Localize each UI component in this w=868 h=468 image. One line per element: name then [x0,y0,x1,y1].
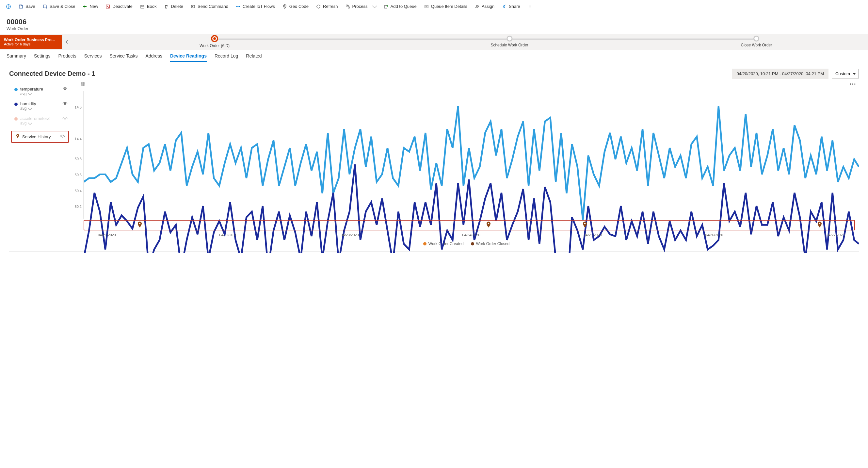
x-tick: 04/23/2020 [341,233,359,237]
bpf-duration: Active for 6 days [4,42,58,46]
legend-series-humidity[interactable]: humidityavg [9,99,71,113]
svg-point-15 [530,7,530,8]
book-button[interactable]: Book [136,2,160,11]
save-close-icon [42,4,48,9]
bpf-stage-label: Work Order (6 D) [199,43,229,48]
tab-record-log[interactable]: Record Log [215,50,238,62]
tab-address[interactable]: Address [146,50,162,62]
command-bar: Save Save & Close New Deactivate Book De… [0,0,868,13]
save-button[interactable]: Save [15,2,38,11]
bpf-stages: Work Order (6 D)Schedule Work OrderClose… [71,34,868,50]
save-close-button[interactable]: Save & Close [39,2,79,11]
temperature-chart[interactable]: 14.414.6 [84,91,859,155]
legend-series-name: accelerometerZ [20,116,69,121]
legend-agg[interactable]: avg [20,121,69,125]
svg-point-16 [64,89,66,90]
legend-agg[interactable]: avg [20,106,69,111]
svg-point-13 [530,5,530,5]
svg-point-18 [64,118,66,119]
business-process-flow: Work Order Business Pro... Active for 6 … [0,34,868,50]
tab-settings[interactable]: Settings [34,50,51,62]
bpf-stage-label: Schedule Work Order [491,43,528,48]
tab-service-tasks[interactable]: Service Tasks [110,50,137,62]
y-tick: 50.4 [75,189,82,193]
bpf-badge[interactable]: Work Order Business Pro... Active for 6 … [0,35,62,49]
queue-details-icon [424,4,429,9]
create-iot-flows-button[interactable]: Create IoT Flows [232,2,278,11]
svg-point-20 [62,136,63,137]
legend-agg[interactable]: avg [20,91,69,96]
svg-point-24 [819,223,820,225]
queue-add-icon [383,4,389,9]
bpf-stage-dot [506,36,513,41]
refresh-icon [316,4,321,9]
trash-icon [164,4,169,9]
person-icon [474,4,480,9]
bpf-stage[interactable]: Close Work Order [741,36,772,48]
queue-item-details-button[interactable]: Queue Item Details [421,2,471,11]
y-tick: 14.4 [75,137,82,141]
tab-device-readings[interactable]: Device Readings [170,50,207,62]
x-tick: 04/26/2020 [705,233,723,237]
chart-area: ••• 14.414.6 50.250.450.650.8 04/21/202 [74,81,859,247]
eye-icon[interactable] [62,117,68,122]
y-tick: 14.6 [75,105,82,109]
eye-icon[interactable] [62,87,68,92]
bpf-stage[interactable]: Schedule Work Order [491,36,528,48]
legend-series-accelerometerZ[interactable]: accelerometerZavg [9,113,71,128]
service-event-pin[interactable] [486,222,491,229]
share-button[interactable]: Share [498,2,524,11]
service-event-pin[interactable] [137,222,143,229]
geo-code-button[interactable]: Geo Code [279,2,312,11]
chart-more-button[interactable]: ••• [850,81,856,86]
chevron-down-icon [28,120,32,125]
svg-rect-1 [20,5,22,6]
y-tick: 50.6 [75,173,82,177]
service-history-toggle[interactable]: Service History [11,131,69,143]
tab-products[interactable]: Products [58,50,76,62]
new-button[interactable]: New [79,2,101,11]
bpf-collapse-button[interactable] [62,34,71,50]
legend-series-temperature[interactable]: temperatureavg [9,84,71,99]
eye-icon[interactable] [60,135,65,140]
legend-color-dot [14,117,18,121]
chevron-down-icon [28,91,32,95]
eye-icon[interactable] [62,102,68,107]
x-tick: 04/24/2020 [462,233,480,237]
pin-icon [282,4,287,9]
send-command-button[interactable]: Send Command [187,2,231,11]
bpf-stage-label: Close Work Order [741,43,772,48]
deactivate-button[interactable]: Deactivate [102,2,135,11]
svg-rect-9 [348,7,349,8]
save-icon [18,4,24,9]
tab-summary[interactable]: Summary [6,50,26,62]
x-tick: 04/21/2020 [98,233,116,237]
y-tick: 50.2 [75,205,82,208]
calendar-icon [140,4,145,9]
overflow-button[interactable] [524,2,536,11]
device-readings-panel: Connected Device Demo - 1 04/20/2020, 10… [0,62,868,250]
back-button[interactable] [3,2,14,11]
more-vertical-icon [527,4,533,9]
layers-icon[interactable] [80,81,86,88]
bpf-stage-dot [753,36,759,41]
svg-point-22 [488,223,490,225]
delete-button[interactable]: Delete [160,2,186,11]
time-range-display: 04/20/2020, 10:21 PM - 04/27/2020, 04:21… [732,69,829,79]
bpf-stage[interactable]: Work Order (6 D) [199,36,229,48]
process-button[interactable]: Process [342,2,379,11]
humidity-chart[interactable]: 50.250.450.650.8 [84,155,859,218]
y-tick: 50.8 [75,157,82,161]
assign-button[interactable]: Assign [471,2,498,11]
legend-color-dot [14,103,18,106]
svg-point-5 [237,6,238,7]
service-event-pin[interactable] [817,222,822,229]
bpf-stage-dot [211,35,218,42]
add-to-queue-button[interactable]: Add to Queue [380,2,420,11]
tab-services[interactable]: Services [84,50,102,62]
time-range-select[interactable]: Custom [832,69,859,79]
tab-related[interactable]: Related [246,50,261,62]
service-event-pin[interactable] [582,222,588,229]
pin-icon [16,134,20,140]
refresh-button[interactable]: Refresh [312,2,341,11]
